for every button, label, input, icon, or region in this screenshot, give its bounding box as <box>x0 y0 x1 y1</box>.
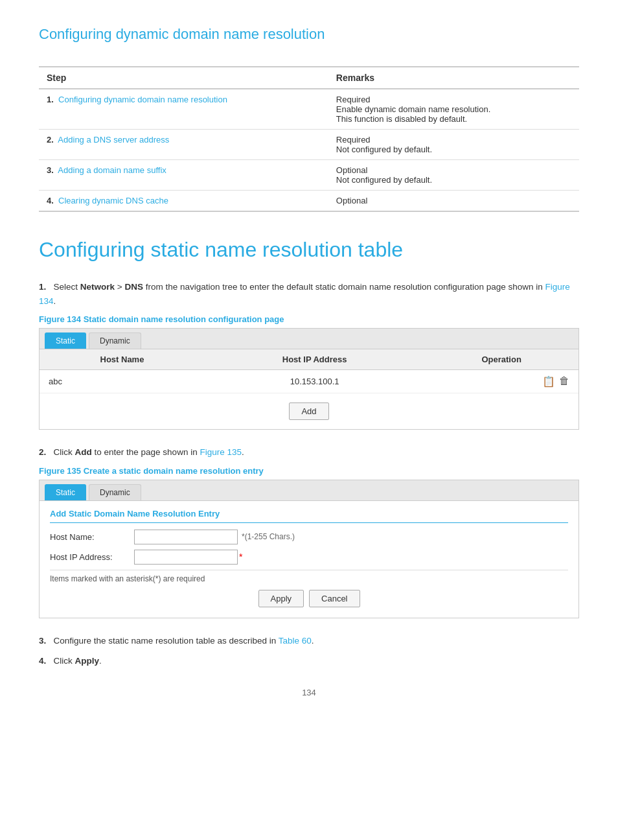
delete-icon[interactable]: 🗑 <box>559 375 569 388</box>
cell-operations: 📋 🗑 <box>424 370 578 393</box>
apply-bold: Apply <box>75 656 100 666</box>
figure134-link[interactable]: Figure 134 <box>39 282 570 306</box>
step-table: Step Remarks 1. Configuring dynamic doma… <box>39 66 579 212</box>
step-link[interactable]: Adding a domain name suffix <box>58 165 166 175</box>
step3-text: 3. Configure the static name resolution … <box>39 634 579 648</box>
copy-icon[interactable]: 📋 <box>542 375 555 388</box>
add-btn-container: Add <box>40 393 578 429</box>
step1-text: 1. Select Network > DNS from the navigat… <box>39 280 579 308</box>
figure134-frame: Static Dynamic Host Name Host IP Address… <box>39 328 579 430</box>
remarks-cell: RequiredNot configured by default. <box>328 130 579 160</box>
figure134-caption: Figure 134 Static domain name resolution… <box>39 314 579 324</box>
table-row: 3. Adding a domain name suffixOptionalNo… <box>39 160 579 191</box>
cell-hostip: 10.153.100.1 <box>205 370 424 393</box>
step-link[interactable]: Clearing dynamic DNS cache <box>58 196 168 205</box>
col-step: Step <box>39 67 328 89</box>
tab-dynamic-135[interactable]: Dynamic <box>89 484 141 500</box>
cell-hostname: abc <box>40 370 205 393</box>
step-cell: 3. Adding a domain name suffix <box>39 160 328 191</box>
network-bold: Network <box>80 282 115 292</box>
cancel-button[interactable]: Cancel <box>309 590 360 607</box>
step2-text: 2. Click Add to enter the page shown in … <box>39 445 579 460</box>
hostip-input[interactable] <box>134 550 238 565</box>
tab-static-135[interactable]: Static <box>45 484 86 500</box>
step-link[interactable]: Configuring dynamic domain name resoluti… <box>58 95 227 104</box>
step3-num: 3. <box>39 636 46 646</box>
form-label-hostname: Host Name: <box>50 532 134 542</box>
step4-text: 4. Click Apply. <box>39 654 579 668</box>
form-row-hostip: Host IP Address: * <box>50 550 568 565</box>
col-hostname: Host Name <box>40 349 205 370</box>
figure135-tabs: Static Dynamic <box>40 480 578 501</box>
table60-link[interactable]: Table 60 <box>279 636 312 646</box>
remarks-cell: RequiredEnable dynamic domain name resol… <box>328 89 579 130</box>
figure134-table: Host Name Host IP Address Operation abc … <box>40 349 578 393</box>
apply-button[interactable]: Apply <box>258 590 304 607</box>
form-note: Items marked with an asterisk(*) are req… <box>50 570 568 583</box>
add-button[interactable]: Add <box>289 402 328 420</box>
step1-num: 1. <box>39 282 46 292</box>
step-cell: 2. Adding a DNS server address <box>39 130 328 160</box>
figure135-link[interactable]: Figure 135 <box>200 447 242 457</box>
form-section: Add Static Domain Name Resolution Entry … <box>40 501 578 618</box>
table-row: 4. Clearing dynamic DNS cacheOptional <box>39 191 579 212</box>
tab-dynamic-134[interactable]: Dynamic <box>89 332 141 349</box>
tab-static-134[interactable]: Static <box>45 332 86 349</box>
figure135-caption: Figure 135 Create a static domain name r… <box>39 466 579 476</box>
col-remarks: Remarks <box>328 67 579 89</box>
section1-title: Configuring dynamic domain name resoluti… <box>39 26 579 43</box>
step-cell: 1. Configuring dynamic domain name resol… <box>39 89 328 130</box>
table-row: 2. Adding a DNS server addressRequiredNo… <box>39 130 579 160</box>
table-row: abc 10.153.100.1 📋 🗑 <box>40 370 578 393</box>
hostip-required: * <box>239 552 242 562</box>
form-section-title: Add Static Domain Name Resolution Entry <box>50 509 568 523</box>
step-cell: 4. Clearing dynamic DNS cache <box>39 191 328 212</box>
step-link[interactable]: Adding a DNS server address <box>58 135 169 145</box>
col-operation: Operation <box>424 349 578 370</box>
hostname-input[interactable] <box>134 530 238 544</box>
step4-num: 4. <box>39 656 46 666</box>
table-row: 1. Configuring dynamic domain name resol… <box>39 89 579 130</box>
remarks-cell: Optional <box>328 191 579 212</box>
section2-title: Configuring static name resolution table <box>39 238 579 262</box>
form-label-hostip: Host IP Address: <box>50 552 134 562</box>
form-row-hostname: Host Name: *(1-255 Chars.) <box>50 530 568 544</box>
col-hostip: Host IP Address <box>205 349 424 370</box>
remarks-cell: OptionalNot configured by default. <box>328 160 579 191</box>
add-bold: Add <box>75 447 92 457</box>
page-number: 134 <box>39 688 579 697</box>
form-buttons: Apply Cancel <box>50 590 568 607</box>
figure134-tabs: Static Dynamic <box>40 329 578 349</box>
dns-bold: DNS <box>124 282 143 292</box>
step2-num: 2. <box>39 447 46 457</box>
figure135-frame: Static Dynamic Add Static Domain Name Re… <box>39 480 579 618</box>
hostname-hint: *(1-255 Chars.) <box>242 532 295 541</box>
